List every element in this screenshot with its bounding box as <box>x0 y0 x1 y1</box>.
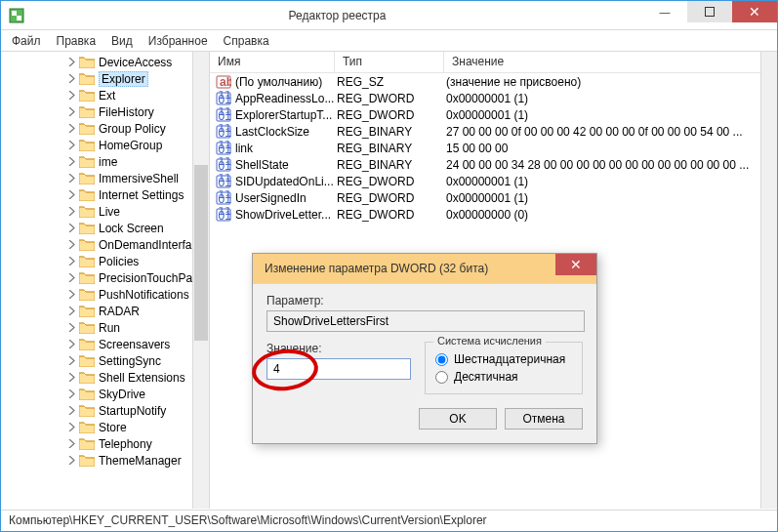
tree-toggle-icon[interactable] <box>65 206 77 218</box>
tree-toggle-icon[interactable] <box>65 289 77 301</box>
radix-group: Система исчисления Шестнадцатеричная Дес… <box>425 342 583 394</box>
tree-node-label: Policies <box>99 255 139 268</box>
list-row[interactable]: 110011AppReadinessLo...REG_DWORD0x000000… <box>210 90 777 106</box>
tree-toggle-icon[interactable] <box>65 140 77 151</box>
list-row[interactable]: ab(По умолчанию)REG_SZ(значение не присв… <box>210 73 777 90</box>
col-value[interactable]: Значение <box>444 52 777 72</box>
reg-binary-icon: 110011 <box>216 124 231 140</box>
value-input[interactable] <box>266 358 411 380</box>
tree-node-label: ThemeManager <box>99 454 182 468</box>
tree-node[interactable]: Explorer <box>5 70 209 87</box>
close-button[interactable]: ✕ <box>732 1 777 22</box>
list-row[interactable]: 110011UserSignedInREG_DWORD0x00000001 (1… <box>210 189 777 206</box>
tree-node[interactable]: StartupNotify <box>5 402 209 419</box>
dialog-close-button[interactable]: ✕ <box>555 254 596 275</box>
col-name[interactable]: Имя <box>210 52 335 72</box>
radix-dec[interactable]: Десятичная <box>435 370 572 384</box>
tree-toggle-icon[interactable] <box>65 90 77 102</box>
tree-node[interactable]: Live <box>5 203 209 220</box>
edit-dword-dialog: Изменение параметра DWORD (32 бита) ✕ Па… <box>252 253 597 444</box>
menu-edit[interactable]: Правка <box>50 32 103 50</box>
statusbar: Компьютер\HKEY_CURRENT_USER\Software\Mic… <box>1 510 777 531</box>
tree-node-label: DeviceAccess <box>99 56 172 69</box>
radix-hex-radio[interactable] <box>435 353 448 366</box>
tree-node[interactable]: Policies <box>5 253 209 269</box>
tree-toggle-icon[interactable] <box>65 223 77 234</box>
tree-node[interactable]: HomeGroup <box>5 137 209 153</box>
minimize-button[interactable]: — <box>642 1 687 22</box>
tree-node[interactable]: Shell Extensions <box>5 369 209 386</box>
tree-node[interactable]: SettingSync <box>5 352 209 369</box>
maximize-button[interactable] <box>687 1 732 22</box>
list-row[interactable]: 110011ShellStateREG_BINARY24 00 00 00 34… <box>210 156 777 173</box>
col-type[interactable]: Тип <box>335 52 444 72</box>
radix-hex[interactable]: Шестнадцатеричная <box>435 352 572 366</box>
list-row[interactable]: 110011ShowDriveLetter...REG_DWORD0x00000… <box>210 206 777 223</box>
tree-toggle-icon[interactable] <box>65 405 77 417</box>
tree-toggle-icon[interactable] <box>65 339 77 350</box>
tree-toggle-icon[interactable] <box>65 355 77 367</box>
tree-pane[interactable]: DeviceAccessExplorerExtFileHistoryGroup … <box>1 52 210 509</box>
cancel-button[interactable]: Отмена <box>505 408 583 430</box>
menu-help[interactable]: Справка <box>217 32 276 50</box>
tree-toggle-icon[interactable] <box>65 372 77 384</box>
tree-node[interactable]: DeviceAccess <box>5 54 209 70</box>
list-row[interactable]: 110011LastClockSizeREG_BINARY27 00 00 00… <box>210 123 777 140</box>
tree-node[interactable]: ime <box>5 153 209 170</box>
reg-binary-icon: 110011 <box>216 107 231 123</box>
list-row[interactable]: 110011SIDUpdatedOnLi...REG_DWORD0x000000… <box>210 173 777 189</box>
tree-node-label: Store <box>99 421 127 434</box>
tree-toggle-icon[interactable] <box>65 239 77 251</box>
value-type: REG_BINARY <box>335 125 444 139</box>
tree-node[interactable]: Telephony <box>5 435 209 452</box>
value-name: link <box>235 142 253 155</box>
tree-toggle-icon[interactable] <box>65 156 77 168</box>
tree-node[interactable]: Group Policy <box>5 120 209 137</box>
menu-view[interactable]: Вид <box>104 32 140 50</box>
tree-toggle-icon[interactable] <box>65 306 77 317</box>
tree-node[interactable]: PrecisionTouchPa <box>5 269 209 286</box>
tree-toggle-icon[interactable] <box>65 106 77 118</box>
tree-toggle-icon[interactable] <box>65 173 77 184</box>
tree-node[interactable]: RADAR <box>5 303 209 319</box>
tree-toggle-icon[interactable] <box>65 73 77 85</box>
tree-node[interactable]: Screensavers <box>5 336 209 352</box>
dialog-titlebar[interactable]: Изменение параметра DWORD (32 бита) ✕ <box>253 254 596 283</box>
tree-toggle-icon[interactable] <box>65 189 77 201</box>
tree-node[interactable]: Run <box>5 319 209 336</box>
tree-node[interactable]: ThemeManager <box>5 452 209 469</box>
tree-node[interactable]: Store <box>5 419 209 435</box>
tree-node[interactable]: PushNotifications <box>5 286 209 303</box>
tree-node-label: Shell Extensions <box>99 371 185 385</box>
tree-node[interactable]: Lock Screen <box>5 220 209 236</box>
tree-toggle-icon[interactable] <box>65 455 77 467</box>
tree-toggle-icon[interactable] <box>65 322 77 334</box>
tree-node[interactable]: FileHistory <box>5 103 209 120</box>
tree-toggle-icon[interactable] <box>65 438 77 450</box>
tree-node-label: ime <box>99 155 117 169</box>
tree-toggle-icon[interactable] <box>65 57 77 68</box>
ok-button[interactable]: OK <box>419 408 497 430</box>
tree-node[interactable]: OnDemandInterfac <box>5 236 209 253</box>
value-type: REG_DWORD <box>335 175 444 188</box>
tree-toggle-icon[interactable] <box>65 256 77 267</box>
value-data: 0x00000001 (1) <box>444 108 777 122</box>
radix-dec-radio[interactable] <box>435 371 448 384</box>
tree-node[interactable]: Internet Settings <box>5 186 209 203</box>
tree-toggle-icon[interactable] <box>65 389 77 400</box>
tree-toggle-icon[interactable] <box>65 123 77 135</box>
tree-node[interactable]: SkyDrive <box>5 386 209 402</box>
tree-scrollbar[interactable] <box>192 52 209 509</box>
tree-node[interactable]: Ext <box>5 87 209 103</box>
tree-node-label: Run <box>99 321 120 335</box>
list-row[interactable]: 110011ExplorerStartupT...REG_DWORD0x0000… <box>210 106 777 123</box>
value-data: 0x00000001 (1) <box>444 191 777 205</box>
tree-toggle-icon[interactable] <box>65 422 77 433</box>
tree-node[interactable]: ImmersiveShell <box>5 170 209 186</box>
menu-favorites[interactable]: Избранное <box>142 32 215 50</box>
tree-toggle-icon[interactable] <box>65 272 77 284</box>
menu-file[interactable]: Файл <box>5 32 48 50</box>
svg-text:011: 011 <box>219 93 232 106</box>
list-scrollbar[interactable] <box>760 52 777 509</box>
list-row[interactable]: 110011linkREG_BINARY15 00 00 00 <box>210 140 777 156</box>
